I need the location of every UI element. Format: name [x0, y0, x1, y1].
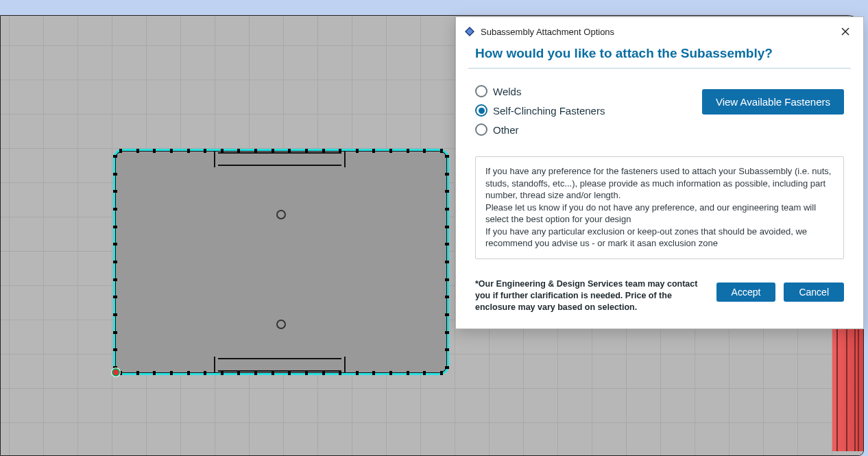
radio-option-other[interactable]: Other [475, 123, 702, 136]
dialog-titlebar: Subassembly Attachment Options [456, 17, 863, 45]
selection-dashes [445, 155, 449, 369]
origin-marker [112, 368, 120, 376]
close-button[interactable] [836, 24, 855, 39]
rail-feature-bottom [218, 358, 341, 372]
radio-option-self-clinching[interactable]: Self-Clinching Fasteners [475, 104, 702, 117]
close-icon [841, 27, 849, 36]
hole-feature [276, 320, 286, 329]
radio-icon [475, 123, 487, 136]
cancel-button[interactable]: Cancel [784, 283, 844, 302]
radio-icon [475, 85, 487, 97]
radio-option-welds[interactable]: Welds [475, 85, 702, 97]
hole-feature [276, 210, 286, 219]
instructions-line: If you have any particular exclusion or … [485, 226, 834, 250]
rail-feature-top [218, 152, 341, 166]
instructions-textarea[interactable]: If you have any preference for the faste… [475, 156, 844, 259]
app-icon [464, 26, 475, 37]
dialog-heading: How would you like to attach the Subasse… [456, 45, 863, 68]
selected-part-outline[interactable] [113, 149, 449, 375]
accept-button[interactable]: Accept [716, 283, 776, 302]
selection-dashes [113, 155, 117, 369]
instructions-line: If you have any preference for the faste… [485, 165, 834, 202]
radio-label: Other [493, 124, 519, 136]
dialog-title: Subassembly Attachment Options [481, 27, 836, 37]
view-fasteners-button[interactable]: View Available Fasteners [702, 89, 844, 115]
subassembly-attachment-dialog: Subassembly Attachment Options How would… [455, 16, 864, 329]
disclaimer-text: *Our Engineering & Design Services team … [475, 278, 704, 313]
attachment-radio-group: Welds Self-Clinching Fasteners Other [475, 81, 702, 143]
side-panel-strip [832, 328, 863, 451]
radio-icon [475, 104, 487, 117]
radio-label: Self-Clinching Fasteners [493, 105, 605, 117]
instructions-line: Please let us know if you do not have an… [485, 202, 834, 226]
radio-label: Welds [493, 86, 521, 97]
